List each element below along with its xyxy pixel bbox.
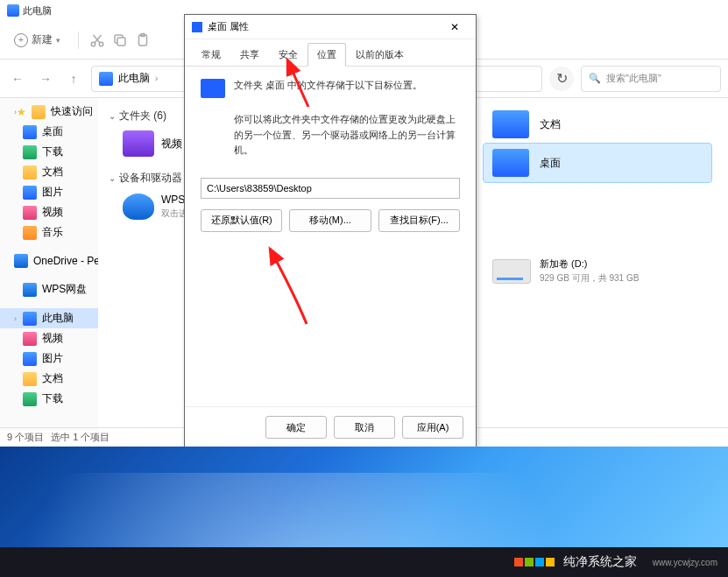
right-column: 文档桌面 新加卷 (D:) 929 GB 可用，共 931 GB (484, 105, 711, 290)
sidebar-label: WPS网盘 (42, 282, 87, 297)
sidebar-item[interactable]: 桌面 (0, 122, 98, 142)
sidebar-label: 下载 (42, 144, 63, 159)
svg-rect-2 (117, 38, 125, 46)
dialog-footer: 确定取消应用(A) (185, 406, 476, 447)
info-line: 文件夹 桌面 中的文件存储于以下目标位置。 (234, 79, 422, 92)
folder-icon (23, 186, 37, 200)
sidebar-label: 视频 (42, 331, 63, 346)
pc-icon (99, 72, 113, 86)
cancel-button[interactable]: 取消 (334, 416, 395, 439)
separator (78, 32, 79, 49)
drive-label: 新加卷 (D:) (540, 257, 639, 271)
tab[interactable]: 以前的版本 (346, 43, 413, 66)
sidebar-label: 文档 (42, 165, 63, 179)
properties-dialog: 桌面 属性 ✕ 常规共享安全位置以前的版本 文件夹 桌面 中的文件存储于以下目标… (184, 14, 477, 448)
folder-icon (23, 372, 37, 386)
desktop-wallpaper (0, 447, 728, 552)
dialog-body: 文件夹 桌面 中的文件存储于以下目标位置。 你可以将此文件夹中文件存储的位置更改… (185, 67, 476, 406)
dialog-titlebar: 桌面 属性 ✕ (185, 15, 476, 39)
forward-button[interactable]: → (35, 68, 56, 89)
copy-icon[interactable] (112, 32, 128, 48)
folder-icon (23, 145, 37, 159)
paste-icon[interactable] (135, 32, 151, 48)
sidebar-item[interactable]: 图片 (0, 348, 98, 369)
folder-icon (14, 254, 28, 268)
chevron-down-icon: ▾ (56, 36, 60, 45)
path-input[interactable] (201, 178, 460, 199)
folder-item[interactable]: 桌面 (484, 144, 711, 182)
watermark-bar: 纯净系统之家 www.ycwjzy.com (0, 547, 728, 577)
tab[interactable]: 共享 (230, 43, 269, 66)
new-button[interactable]: + 新建 ▾ (7, 29, 67, 51)
drive-item[interactable]: 新加卷 (D:) 929 GB 可用，共 931 GB (484, 252, 711, 290)
sidebar-item[interactable]: OneDrive - Pers (0, 251, 98, 271)
info-row: 文件夹 桌面 中的文件存储于以下目标位置。 (201, 79, 460, 98)
folder-icon (23, 125, 37, 139)
folder-icon (23, 165, 37, 179)
drive-icon (492, 259, 531, 284)
sidebar-label: 视频 (42, 205, 63, 220)
watermark-text: 纯净系统之家 (563, 554, 637, 570)
sidebar-label: 文档 (42, 371, 63, 386)
folder-icon (23, 332, 37, 346)
find-target-button[interactable]: 查找目标(F)... (378, 209, 460, 232)
desktop-icon (201, 79, 225, 98)
refresh-button[interactable]: ↻ (549, 67, 574, 91)
sidebar-item[interactable]: 视频 (0, 328, 98, 348)
window-title: 此电脑 (23, 4, 52, 18)
sidebar-label: 音乐 (42, 225, 63, 240)
folder-icon (23, 206, 37, 220)
tabs: 常规共享安全位置以前的版本 (185, 39, 476, 67)
apply-button[interactable]: 应用(A) (402, 416, 463, 439)
sidebar-item[interactable]: WPS网盘 (0, 279, 98, 299)
search-icon: 🔍 (589, 73, 601, 84)
move-button[interactable]: 移动(M)... (289, 209, 371, 232)
sidebar-label: 图片 (42, 351, 63, 366)
folder-icon (492, 110, 529, 138)
breadcrumb-text: 此电脑 (118, 71, 150, 86)
ok-button[interactable]: 确定 (265, 416, 327, 439)
search-placeholder: 搜索"此电脑" (606, 72, 661, 85)
folder-label: 视频 (161, 137, 182, 151)
sidebar-item[interactable]: 视频 (0, 202, 98, 222)
sidebar-label: 桌面 (42, 124, 63, 139)
windows-logo-icon (535, 558, 555, 566)
tab[interactable]: 安全 (269, 43, 307, 66)
folder-icon (192, 22, 202, 32)
folder-icon (23, 352, 37, 366)
folder-icon (123, 130, 154, 157)
folder-icon (23, 312, 37, 326)
sidebar-label: 快速访问 (51, 104, 93, 119)
chevron-down-icon: ⌄ (109, 111, 116, 121)
back-button[interactable]: ← (7, 68, 28, 89)
sidebar-label: 图片 (42, 185, 63, 200)
group-label: 设备和驱动器 (119, 171, 182, 186)
restore-defaults-button[interactable]: 还原默认值(R) (201, 209, 282, 232)
sidebar-item[interactable]: 文档 (0, 162, 98, 182)
sidebar-item[interactable]: 下载 (0, 389, 98, 409)
sidebar: ›★快速访问桌面下载文档图片视频音乐OneDrive - PersWPS网盘›此… (0, 98, 98, 431)
cut-icon[interactable] (89, 32, 105, 48)
sidebar-item[interactable]: ›★快速访问 (0, 102, 98, 122)
description: 你可以将此文件夹中文件存储的位置更改为此硬盘上的另一个位置、另一个驱动器或网络上… (234, 112, 460, 158)
new-label: 新建 (32, 32, 53, 47)
sidebar-item[interactable]: 音乐 (0, 222, 98, 243)
sidebar-label: OneDrive - Pers (33, 255, 98, 267)
folder-icon (32, 105, 46, 119)
close-button[interactable]: ✕ (441, 18, 469, 37)
plus-icon: + (14, 33, 28, 47)
up-button[interactable]: ↑ (63, 68, 84, 89)
sidebar-item[interactable]: ›此电脑 (0, 308, 98, 328)
dialog-title: 桌面 属性 (208, 20, 249, 33)
status-count: 9 个项目 (7, 431, 44, 444)
status-selected: 选中 1 个项目 (51, 431, 110, 444)
tab[interactable]: 位置 (307, 43, 346, 67)
sidebar-item[interactable]: 图片 (0, 182, 98, 202)
folder-icon (492, 149, 529, 177)
sidebar-item[interactable]: 下载 (0, 142, 98, 162)
sidebar-item[interactable]: 文档 (0, 369, 98, 389)
windows-logo-icon (514, 558, 534, 566)
folder-item[interactable]: 文档 (484, 105, 711, 144)
tab[interactable]: 常规 (192, 43, 230, 66)
search-input[interactable]: 🔍 搜索"此电脑" (581, 66, 721, 92)
